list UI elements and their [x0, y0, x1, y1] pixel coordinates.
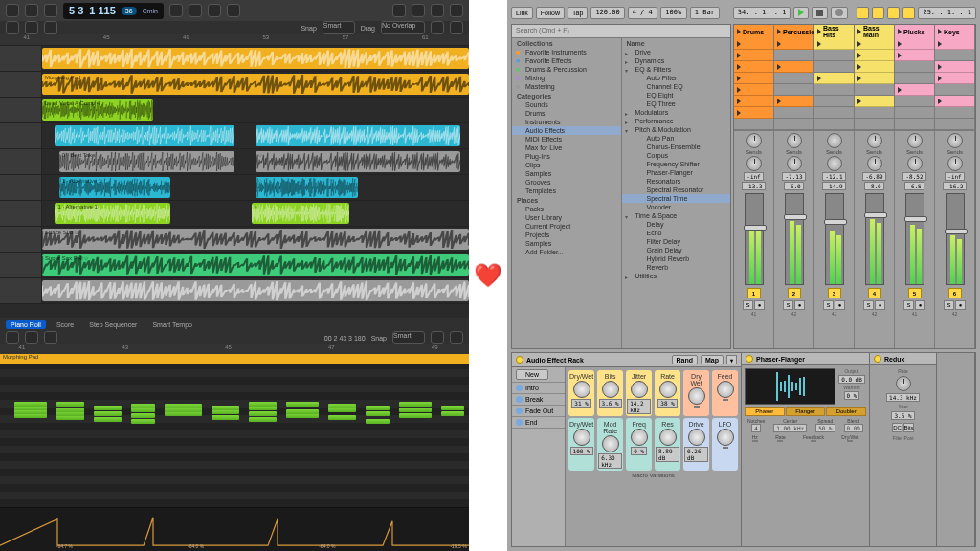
macro-value[interactable]: 6.30 kHz: [598, 453, 622, 469]
collection-item[interactable]: Mixing: [512, 74, 621, 82]
loop-length[interactable]: 25. . 1. . 1: [918, 7, 976, 19]
send-knob[interactable]: [746, 133, 762, 148]
midi-note[interactable]: [399, 402, 432, 407]
collection-item[interactable]: Mastering: [512, 82, 621, 91]
warmth-value[interactable]: 0 %: [844, 391, 860, 400]
tree-folder[interactable]: Utilities: [622, 272, 731, 280]
clip-slot[interactable]: [895, 50, 934, 61]
midi-note[interactable]: [366, 419, 390, 424]
arrangement-position[interactable]: 34. . 1. . 1: [733, 7, 791, 19]
region[interactable]: 1 · Alternative 1: [59, 177, 170, 198]
library-toggle[interactable]: [6, 4, 19, 17]
midi-note[interactable]: [249, 402, 277, 407]
category-item[interactable]: Templates: [512, 187, 621, 195]
phaser-mode-tab[interactable]: Phaser: [745, 407, 785, 416]
capture-midi[interactable]: [902, 7, 915, 19]
macro-control[interactable]: Feed: [712, 370, 738, 416]
macro-value[interactable]: 8.89 dB: [656, 447, 679, 462]
tree-folder[interactable]: Dynamics: [622, 56, 731, 65]
track-lane[interactable]: [42, 123, 469, 148]
midi-note[interactable]: [441, 411, 465, 416]
track-activator[interactable]: 4: [868, 288, 881, 298]
clip-slot[interactable]: [774, 61, 813, 73]
tree-folder[interactable]: Time & Space: [622, 211, 731, 220]
macro-value[interactable]: 31 %: [571, 399, 590, 408]
clip-slot[interactable]: [855, 96, 894, 107]
track-lane[interactable]: 0 · Best Take○: [42, 149, 469, 174]
macro-control[interactable]: Dry Wet: [683, 370, 709, 416]
track-header[interactable]: [0, 72, 42, 97]
midi-note[interactable]: [328, 415, 356, 420]
category-item[interactable]: Clips: [512, 161, 621, 169]
list-toggle[interactable]: [392, 4, 406, 17]
clip-slot[interactable]: [935, 50, 974, 61]
track-row[interactable]: 1 · Alternative 1○: [0, 175, 469, 201]
chain-item[interactable]: End: [512, 417, 565, 429]
tree-folder[interactable]: Performance: [622, 117, 731, 125]
tree-item[interactable]: Channel EQ: [622, 82, 731, 91]
arm-button[interactable]: ●: [875, 300, 885, 310]
macro-value[interactable]: [723, 447, 728, 449]
track-activator[interactable]: 1: [747, 288, 761, 298]
play-button[interactable]: [793, 7, 809, 19]
rate-value[interactable]: 14.3 kHz: [886, 393, 920, 402]
volume-fader[interactable]: [946, 193, 965, 285]
macro-knob[interactable]: [573, 429, 590, 446]
track-row[interactable]: 1 · Alternative 1○: [0, 201, 469, 227]
view-menu[interactable]: [44, 21, 57, 34]
clip-slot[interactable]: [774, 96, 813, 107]
clip-slot[interactable]: [734, 38, 773, 50]
volume-fader[interactable]: [865, 193, 884, 285]
track-header[interactable]: [0, 278, 42, 303]
clip-slot[interactable]: [814, 96, 854, 107]
tree-item[interactable]: Spectral Time: [622, 194, 731, 203]
piano-zoom-v[interactable]: [450, 331, 463, 344]
phaser-mode-tab[interactable]: Flanger: [786, 407, 826, 416]
macro-value[interactable]: 100 %: [570, 447, 593, 455]
collection-item[interactable]: Drums & Percussion: [512, 65, 621, 74]
clip-slot[interactable]: [734, 96, 773, 107]
solo-button[interactable]: S: [903, 300, 914, 310]
solo-button[interactable]: S: [743, 300, 753, 310]
rack-title-bar[interactable]: Audio Effect Rack Rand Map ▾: [512, 353, 741, 367]
clip-slot[interactable]: [774, 38, 813, 50]
arm-button[interactable]: ●: [835, 300, 845, 310]
editor-tab[interactable]: Step Sequencer: [84, 320, 142, 329]
loops-toggle[interactable]: [431, 4, 444, 17]
track-header[interactable]: [0, 201, 42, 226]
pan-knob[interactable]: [746, 156, 762, 171]
toolbar-toggle[interactable]: [44, 4, 57, 17]
clip-slot[interactable]: [734, 119, 773, 130]
tree-item[interactable]: Filter Delay: [622, 237, 731, 246]
gain-db[interactable]: -14.9: [822, 182, 845, 190]
clip-slot[interactable]: [734, 61, 773, 73]
clip-slot[interactable]: [734, 84, 773, 96]
dc-toggle[interactable]: DC: [892, 423, 902, 432]
macro-control[interactable]: Drive0.26 dB: [683, 418, 709, 471]
track-header[interactable]: [0, 98, 42, 122]
tree-item[interactable]: EQ Eight: [622, 91, 731, 99]
midi-note[interactable]: [131, 413, 155, 418]
place-item[interactable]: Packs: [512, 205, 621, 213]
piano-view-menu[interactable]: [44, 331, 57, 344]
volume-fader[interactable]: [745, 193, 764, 285]
drag-value[interactable]: No Overlap: [381, 21, 425, 34]
region[interactable]: [55, 125, 234, 146]
rack-save-icon[interactable]: ▾: [726, 355, 737, 364]
functions-menu[interactable]: [25, 21, 38, 34]
clip-slot[interactable]: [734, 73, 773, 84]
macro-knob[interactable]: [573, 381, 590, 398]
clip-slot[interactable]: [935, 96, 974, 107]
region[interactable]: [42, 280, 469, 301]
clip-slot[interactable]: [855, 61, 894, 73]
clip-slot[interactable]: [855, 73, 894, 84]
macro-control[interactable]: Bits3.6 %: [597, 370, 623, 416]
follow-button[interactable]: Follow: [536, 7, 565, 19]
send-knob[interactable]: [907, 133, 923, 148]
track-lane[interactable]: [42, 46, 469, 71]
editor-tab[interactable]: Score: [52, 320, 78, 329]
solo-button[interactable]: S: [823, 300, 834, 310]
track-lane[interactable]: Morphing Pad: [42, 72, 469, 97]
midi-note[interactable]: [399, 408, 432, 412]
macro-knob[interactable]: [717, 381, 734, 398]
